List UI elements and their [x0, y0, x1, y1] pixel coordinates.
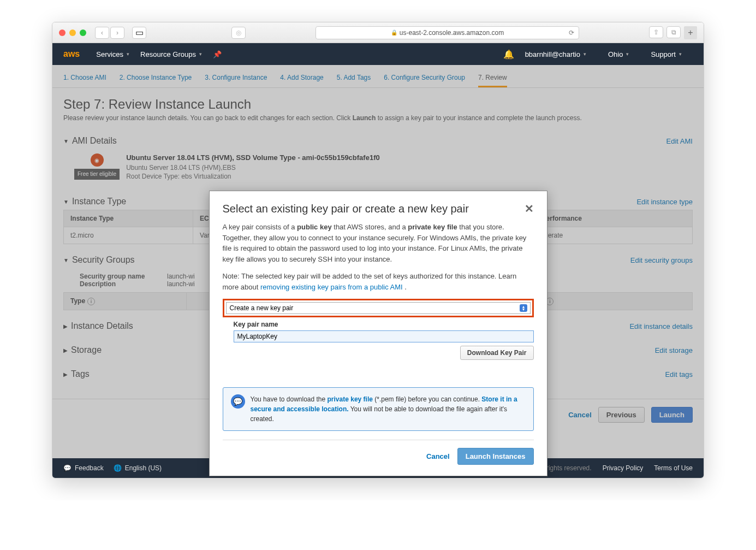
chevron-down-icon: ▾: [626, 51, 629, 57]
services-label: Services: [96, 50, 123, 58]
notifications-icon[interactable]: 🔔: [503, 49, 514, 60]
modal-paragraph-2: Note: The selected key pair will be adde…: [223, 271, 534, 292]
aws-header: aws Services▾ Resource Groups▾ 📌 🔔 bbarn…: [52, 43, 704, 65]
new-tab-button[interactable]: +: [684, 26, 697, 39]
region-label: Ohio: [608, 50, 623, 58]
browser-window: ‹ › ▭ ◎ 🔒 us-east-2.console.aws.amazon.c…: [52, 22, 704, 478]
refresh-icon[interactable]: ⟳: [569, 29, 574, 37]
privacy-link[interactable]: Privacy Policy: [603, 464, 644, 472]
tabs-icon[interactable]: ⧉: [666, 26, 681, 38]
close-icon[interactable]: ✕: [525, 202, 534, 215]
key-pair-action-select[interactable]: Create a new key pair: [226, 302, 531, 314]
pin-icon[interactable]: 📌: [213, 50, 222, 58]
key-pair-action-highlight: Create a new key pair ▴▾: [223, 299, 534, 317]
key-pair-name-input[interactable]: [234, 330, 534, 342]
modal-paragraph-1: A key pair consists of a public key that…: [223, 222, 534, 264]
modal-cancel-link[interactable]: Cancel: [426, 451, 450, 462]
minimize-window-icon[interactable]: [69, 29, 76, 36]
close-window-icon[interactable]: [59, 29, 66, 36]
modal-title: Select an existing key pair or create a …: [223, 203, 469, 215]
download-key-pair-button[interactable]: Download Key Pair: [460, 346, 534, 360]
support-menu[interactable]: Support▾: [651, 50, 682, 58]
feedback-link[interactable]: 💬Feedback: [63, 464, 104, 472]
chevron-down-icon: ▾: [199, 51, 202, 57]
maximize-window-icon[interactable]: [80, 29, 86, 36]
main-content: 1. Choose AMI 2. Choose Instance Type 3.…: [52, 65, 704, 458]
remove-keypair-link[interactable]: removing existing key pairs from a publi…: [260, 283, 403, 291]
key-pair-name-label: Key pair name: [234, 320, 534, 329]
resource-groups-label: Resource Groups: [140, 50, 196, 58]
language-selector[interactable]: 🌐English (US): [114, 464, 162, 472]
user-label: bbarnhill@chartio: [525, 50, 580, 58]
account-menu[interactable]: bbarnhill@chartio▾: [525, 50, 586, 58]
launch-instances-button[interactable]: Launch Instances: [457, 448, 534, 465]
mac-title-bar: ‹ › ▭ ◎ 🔒 us-east-2.console.aws.amazon.c…: [52, 22, 704, 43]
services-menu[interactable]: Services▾: [96, 50, 129, 58]
address-bar[interactable]: 🔒 us-east-2.console.aws.amazon.com ⟳: [316, 26, 579, 39]
terms-link[interactable]: Terms of Use: [654, 464, 693, 472]
chevron-down-icon: ▾: [584, 51, 586, 57]
sidebar-toggle-icon[interactable]: ▭: [132, 27, 146, 39]
share-icon[interactable]: ⇪: [649, 26, 663, 38]
key-pair-modal: Select an existing key pair or create a …: [209, 191, 547, 476]
chevron-down-icon: ▾: [679, 51, 682, 57]
select-chevron-icon: ▴▾: [520, 304, 527, 312]
url-text: us-east-2.console.aws.amazon.com: [400, 29, 504, 37]
back-button[interactable]: ‹: [95, 27, 109, 39]
info-bubble-icon: 💬: [231, 394, 245, 409]
download-warning-box: 💬 You have to download the private key f…: [223, 387, 534, 431]
reader-icon[interactable]: ◎: [231, 27, 246, 39]
region-menu[interactable]: Ohio▾: [608, 50, 629, 58]
chevron-down-icon: ▾: [127, 51, 129, 57]
support-label: Support: [651, 50, 676, 58]
lock-icon: 🔒: [391, 29, 397, 36]
traffic-lights: [59, 29, 86, 36]
aws-logo[interactable]: aws: [63, 49, 80, 59]
feedback-icon: 💬: [63, 464, 72, 472]
resource-groups-menu[interactable]: Resource Groups▾: [140, 50, 202, 58]
forward-button[interactable]: ›: [110, 27, 124, 39]
globe-icon: 🌐: [114, 464, 122, 472]
